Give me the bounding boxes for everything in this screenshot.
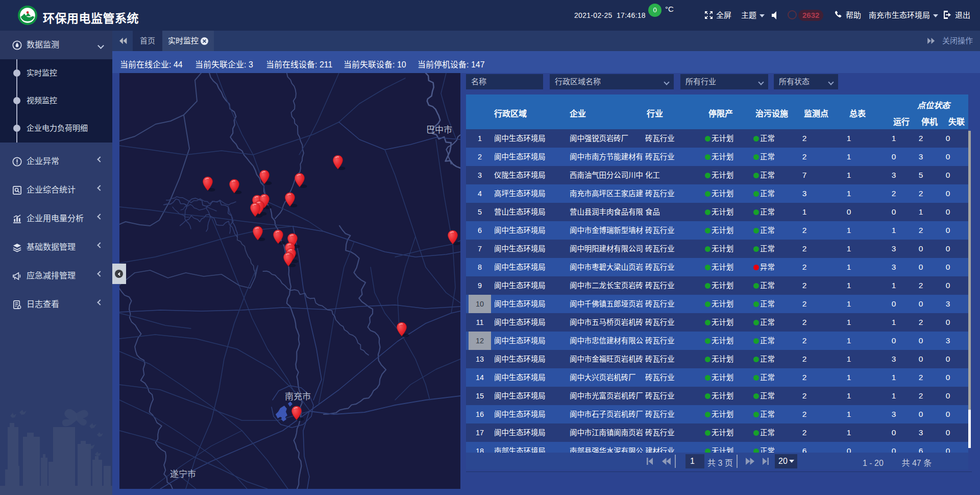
svg-text:巴中市: 巴中市 (426, 125, 452, 135)
svg-text:遂宁市: 遂宁市 (170, 469, 196, 479)
svg-text:南充市: 南充市 (285, 392, 311, 402)
